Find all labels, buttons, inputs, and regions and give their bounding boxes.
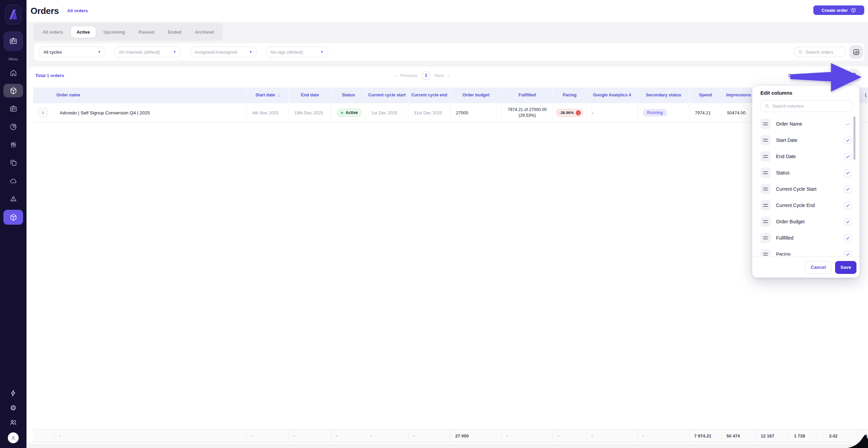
row-ga4-cell: - — [586, 103, 638, 122]
column-checkbox[interactable] — [844, 169, 851, 176]
drag-handle-icon[interactable] — [760, 135, 771, 145]
column-header-ccs[interactable]: Current cycle start — [366, 88, 408, 103]
column-header-spend[interactable]: Spend — [689, 88, 721, 103]
save-button[interactable]: Save — [835, 261, 856, 274]
column-checkbox[interactable] — [844, 120, 851, 128]
warning-icon — [10, 195, 17, 203]
column-toggle-fullfilled: Fullfilled — [752, 230, 860, 246]
tab-ended[interactable]: Ended — [162, 26, 187, 38]
sidebar-item-home[interactable] — [3, 66, 23, 79]
user-avatar[interactable] — [8, 432, 19, 443]
sidebar-item-copy[interactable] — [3, 156, 23, 169]
drag-handle-icon[interactable] — [760, 200, 771, 210]
column-checkbox[interactable] — [844, 235, 851, 242]
cancel-button[interactable]: Cancel — [805, 261, 832, 274]
column-header-budget[interactable]: Order budget — [450, 88, 501, 103]
tab-paused[interactable]: Paused — [133, 26, 160, 38]
sidebar-item-lightning[interactable] — [3, 389, 23, 397]
row-fulfilled-cell: 7974.21 of 27000.00(29.53%) — [501, 103, 553, 122]
assigned-filter[interactable]: Assigned/Unassigned ▼ — [190, 46, 257, 57]
row-start-date-cell: 4th Nov 2025 — [246, 103, 289, 122]
search-orders-input[interactable]: Search orders — [794, 47, 846, 57]
totals-cell-cce: - — [408, 429, 450, 442]
column-header-fulfilled[interactable]: Fullfilled — [501, 88, 553, 103]
previous-page-button[interactable]: ← Previous — [394, 73, 418, 78]
tab-archived[interactable]: Archived — [189, 26, 220, 38]
table-header-row: Order nameStart date↓End dateStatusCurre… — [33, 88, 868, 103]
totals-cell-x1: 12 167 — [756, 429, 789, 442]
sidebar-item-id-badge[interactable] — [3, 102, 23, 115]
sidebar-item-gear[interactable]: ⚙ — [3, 403, 23, 412]
column-header-impressions[interactable]: Impressions — [721, 88, 756, 103]
tab-all-orders[interactable]: All orders — [37, 26, 69, 38]
row-order-name-cell[interactable]: Adcredo | Self Signup Conversion Q4 | 20… — [54, 103, 246, 122]
search-icon — [764, 104, 770, 109]
drag-handle-icon[interactable] — [760, 217, 771, 227]
column-header-cce[interactable]: Current cycle end — [408, 88, 450, 103]
app-logo[interactable] — [5, 5, 21, 24]
column-header-secondary[interactable]: Secondary status — [638, 88, 689, 103]
tags-filter[interactable]: No tags (default) ▼ — [266, 46, 328, 57]
cycles-filter[interactable]: All cycles ▼ — [39, 46, 106, 57]
orders-per-page-select[interactable] — [824, 69, 849, 83]
column-header-end[interactable]: End date — [289, 88, 331, 103]
search-columns-input[interactable]: Search columns — [760, 100, 852, 112]
breadcrumb-divider — [62, 5, 63, 17]
chevron-down-icon: ▼ — [320, 50, 324, 54]
tags-filter-placeholder: No tags (default) — [271, 50, 303, 55]
page-number-button[interactable]: 1 — [422, 72, 430, 79]
column-header-status[interactable]: Status — [331, 88, 366, 103]
sidebar-item-orders-cube[interactable] — [3, 84, 23, 97]
column-header-name[interactable]: Order name — [54, 88, 246, 103]
column-toggle-current-cycle-start: Current Cycle Start — [752, 181, 860, 197]
edit-columns-gear-button[interactable]: ⚙ — [847, 69, 861, 83]
chart-view-button[interactable] — [849, 45, 863, 59]
tab-active[interactable]: Active — [71, 26, 96, 38]
column-header-pacing[interactable]: Pacing — [553, 88, 586, 103]
drag-handle-icon[interactable] — [760, 233, 771, 243]
sidebar-item-people[interactable] — [3, 418, 23, 427]
create-order-button[interactable]: Create order — [813, 5, 864, 15]
column-checkbox[interactable] — [844, 218, 851, 225]
table-row[interactable]: Adcredo | Self Signup Conversion Q4 | 20… — [33, 103, 868, 123]
chevron-down-icon: ▼ — [249, 50, 252, 54]
totals-cell-ccs: - — [366, 429, 408, 442]
column-header-ga4[interactable]: Google Analytics 4 — [586, 88, 638, 103]
totals-cell-end: - — [289, 429, 331, 442]
expand-row-button[interactable] — [38, 108, 48, 117]
column-checkbox[interactable] — [844, 137, 851, 144]
column-checkbox[interactable] — [844, 186, 851, 193]
drag-handle-icon[interactable] — [760, 151, 771, 162]
id-badge-icon — [10, 105, 17, 113]
column-checkbox[interactable] — [844, 251, 851, 256]
breadcrumb[interactable]: All orders — [67, 8, 88, 13]
drag-handle-icon[interactable] — [760, 184, 771, 194]
row-pacing-cell: -38.96%↓ — [553, 103, 586, 122]
sidebar-item-sliders[interactable] — [3, 138, 23, 151]
arrow-right-icon: → — [446, 73, 450, 78]
column-checkbox[interactable] — [844, 202, 851, 209]
column-header-start[interactable]: Start date↓ — [246, 88, 289, 103]
drag-handle-icon[interactable] — [760, 168, 771, 178]
column-toggle-pacing: Pacing — [752, 246, 860, 256]
column-toggle-order-name: Order Name — [752, 116, 860, 132]
assigned-filter-placeholder: Assigned/Unassigned — [195, 50, 237, 55]
channels-filter[interactable]: All channels (default) ▼ — [114, 46, 181, 57]
sidebar-item-cloud[interactable] — [3, 174, 23, 187]
popup-scrollbar[interactable] — [853, 116, 855, 160]
sidebar-item-warning[interactable] — [3, 192, 23, 205]
sidebar-workspace-button[interactable] — [3, 31, 23, 51]
drag-handle-icon[interactable] — [760, 119, 771, 129]
column-checkbox[interactable] — [844, 153, 851, 160]
drag-handle-icon[interactable] — [760, 249, 771, 256]
row-cycle-end-cell: 31st Dec 2025 — [408, 103, 450, 122]
sort-desc-icon[interactable]: ↓ — [278, 93, 280, 98]
cube-icon — [851, 7, 856, 13]
sidebar-item-pie-chart[interactable] — [3, 120, 23, 133]
next-page-button[interactable]: Next → — [435, 73, 450, 78]
sidebar-item-cube[interactable] — [3, 210, 23, 225]
tab-upcoming[interactable]: Upcoming — [98, 26, 131, 38]
column-toggle-label: Status — [776, 170, 839, 175]
table-totals-row: ------27 000----7 974.2150 47412 1671 72… — [33, 429, 868, 443]
column-header-expand — [33, 88, 54, 103]
